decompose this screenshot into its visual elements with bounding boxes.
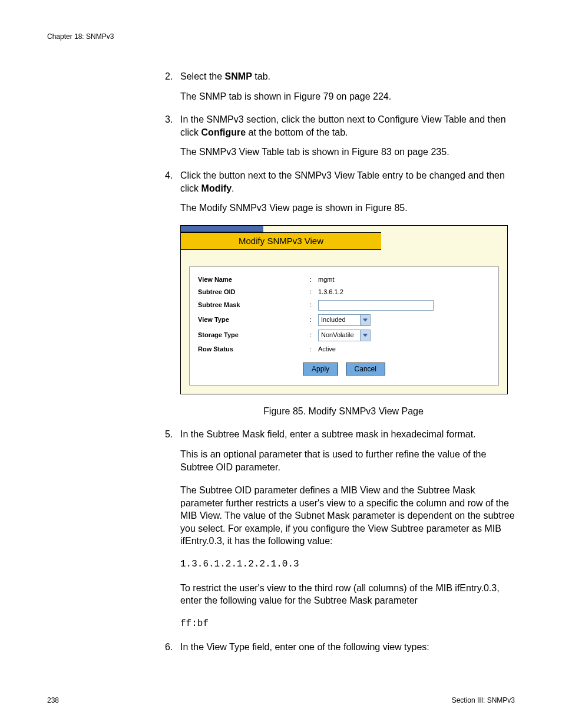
colon: :: [310, 301, 318, 309]
figure-caption: Figure 85. Modify SNMPv3 View Page: [180, 405, 507, 418]
code-mask: ff:bf: [180, 618, 515, 631]
figure-85: Modify SNMPv3 View View Name : mgmt Subt…: [180, 225, 508, 394]
chevron-down-icon: [360, 330, 370, 341]
colon: :: [310, 315, 318, 324]
row-subtree-mask: Subtree Mask :: [198, 300, 490, 311]
paragraph: This is an optional parameter that is us…: [180, 448, 515, 473]
colon: :: [310, 288, 318, 297]
step-2: 2. Select the SNMP tab.: [165, 70, 515, 83]
page: Chapter 18: SNMPv3 2. Select the SNMP ta…: [0, 0, 562, 728]
view-type-select[interactable]: Included: [318, 314, 371, 326]
step-number: 5.: [165, 428, 180, 441]
chevron-down-icon: [360, 315, 370, 325]
step-text: In the Subtree Mask field, enter a subtr…: [180, 428, 515, 441]
step-3: 3. In the SNMPv3 section, click the butt…: [165, 113, 515, 139]
step-5: 5. In the Subtree Mask field, enter a su…: [165, 428, 515, 441]
step-number: 4.: [165, 169, 180, 195]
text: Select the: [180, 71, 225, 81]
code-oid: 1.3.6.1.2.1.2.2.1.0.3: [180, 558, 515, 571]
value: mgmt: [318, 275, 335, 284]
select-value: Included: [319, 315, 360, 324]
step-6: 6. In the View Type field, enter one of …: [165, 641, 515, 654]
cancel-button[interactable]: Cancel: [346, 363, 385, 375]
label: Subtree OID: [198, 288, 310, 297]
colon: :: [310, 331, 318, 340]
step-text: In the SNMPv3 section, click the button …: [180, 113, 515, 139]
paragraph: The SNMP tab is shown in Figure 79 on pa…: [180, 90, 515, 103]
bold-text: Configure: [201, 127, 246, 137]
storage-type-select[interactable]: NonVolatile: [318, 330, 371, 341]
step-number: 6.: [165, 641, 180, 654]
paragraph: The SNMPv3 View Table tab is shown in Fi…: [180, 146, 515, 159]
text: at the bottom of the tab.: [246, 127, 348, 137]
label: View Type: [198, 315, 310, 324]
page-number: 238: [47, 696, 59, 704]
row-view-type: View Type : Included: [198, 314, 490, 326]
subtree-mask-input[interactable]: [318, 300, 434, 311]
step-text: Select the SNMP tab.: [180, 70, 515, 83]
button-row: Apply Cancel: [198, 362, 490, 375]
form-panel: View Name : mgmt Subtree OID : 1.3.6.1.2…: [189, 266, 499, 386]
value: 1.3.6.1.2: [318, 288, 343, 297]
bold-text: Modify: [201, 183, 232, 193]
paragraph: The Modify SNMPv3 View page is shown in …: [180, 202, 515, 215]
row-storage-type: Storage Type : NonVolatile: [198, 330, 490, 341]
step-4: 4. Click the button next to the SNMPv3 V…: [165, 169, 515, 195]
paragraph: The Subtree OID parameter defines a MIB …: [180, 484, 515, 548]
label: View Name: [198, 275, 310, 284]
value: Active: [318, 345, 336, 354]
step-number: 3.: [165, 113, 180, 139]
bold-text: SNMP: [225, 71, 252, 81]
row-subtree-oid: Subtree OID : 1.3.6.1.2: [198, 288, 490, 297]
step-text: Click the button next to the SNMPv3 View…: [180, 169, 515, 195]
paragraph: To restrict the user's view to the third…: [180, 582, 515, 607]
label: Storage Type: [198, 331, 310, 340]
blue-tab-strip: [181, 226, 263, 232]
text: tab.: [252, 71, 270, 81]
content-body: 2. Select the SNMP tab. The SNMP tab is …: [165, 70, 515, 654]
colon: :: [310, 275, 318, 284]
section-label: Section III: SNMPv3: [452, 696, 515, 704]
chapter-header: Chapter 18: SNMPv3: [47, 32, 515, 41]
colon: :: [310, 345, 318, 354]
figure-title-bar: Modify SNMPv3 View: [181, 232, 381, 250]
text: .: [232, 183, 234, 193]
label: Subtree Mask: [198, 301, 310, 309]
row-row-status: Row Status : Active: [198, 345, 490, 354]
step-number: 2.: [165, 70, 180, 83]
label: Row Status: [198, 345, 310, 354]
page-footer: 238 Section III: SNMPv3: [47, 696, 515, 704]
row-view-name: View Name : mgmt: [198, 275, 490, 284]
step-text: In the View Type field, enter one of the…: [180, 641, 515, 654]
apply-button[interactable]: Apply: [303, 363, 338, 375]
select-value: NonVolatile: [319, 331, 360, 340]
